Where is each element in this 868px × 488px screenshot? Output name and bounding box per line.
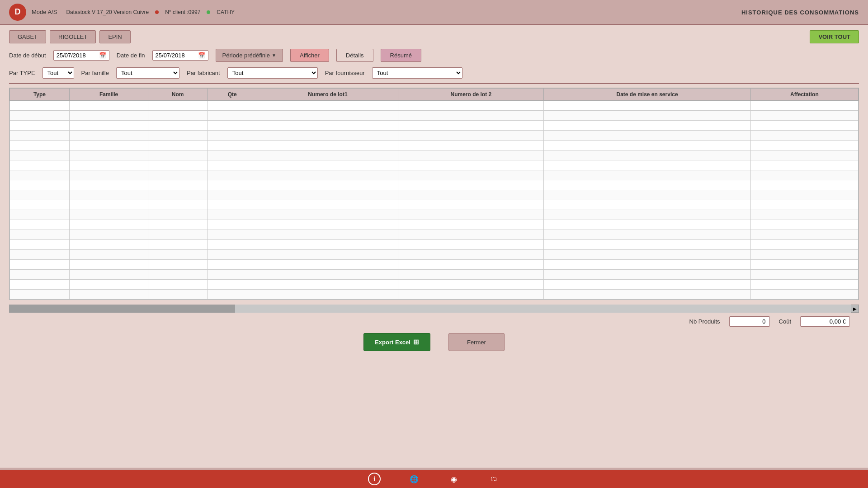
table-cell-8-7 [750,180,858,190]
par-famille-select[interactable]: Tout [116,67,179,79]
table-cell-19-2 [148,290,208,300]
table-cell-2-2 [148,121,208,131]
table-cell-17-6 [544,270,751,280]
table-cell-13-7 [750,230,858,240]
scrollbar-thumb[interactable] [9,305,235,313]
table-cell-18-4 [257,280,398,290]
table-cell-14-4 [257,240,398,250]
table-cell-9-6 [544,190,751,200]
par-fabricant-select[interactable]: Tout [227,67,318,79]
table-row[interactable] [10,260,859,270]
btn-export-excel[interactable]: Export Excel ⊞ [363,333,430,351]
scrollbar-right-btn[interactable]: ▶ [851,305,859,313]
table-cell-19-6 [544,290,751,300]
table-cell-19-0 [10,290,70,300]
table-cell-3-6 [544,131,751,141]
table-cell-11-3 [207,210,257,220]
table-row[interactable] [10,150,859,160]
btn-resume[interactable]: Résumé [381,49,421,62]
table-cell-10-0 [10,200,70,210]
par-fournisseur-select[interactable]: Tout [372,67,462,79]
table-cell-10-7 [750,200,858,210]
table-row[interactable] [10,290,859,300]
par-type-select[interactable]: Tout [42,67,74,79]
table-row[interactable] [10,111,859,121]
table-row[interactable] [10,170,859,180]
table-row[interactable] [10,141,859,150]
btn-periode[interactable]: Période prédéfinie ▼ [216,49,283,62]
nb-produits-value [729,316,770,327]
btn-details[interactable]: Détails [336,49,373,62]
table-cell-9-7 [750,190,858,200]
par-fournisseur-label: Par fournisseur [325,70,365,76]
btn-rigollet[interactable]: RIGOLLET [50,30,96,43]
table-cell-3-1 [69,131,148,141]
table-cell-1-3 [207,111,257,121]
table-cell-4-1 [69,141,148,150]
bottom-icon-folder[interactable]: 🗂 [487,473,500,485]
date-debut-input[interactable] [57,52,97,59]
table-row[interactable] [10,210,859,220]
filter-row: Par TYPE Tout Par famille Tout Par fabri… [9,67,859,79]
btn-afficher[interactable]: Afficher [290,49,329,62]
table-cell-13-2 [148,230,208,240]
table-cell-0-5 [398,101,544,111]
btn-fermer[interactable]: Fermer [448,333,505,351]
bottom-icon-globe[interactable]: 🌐 [408,473,420,485]
table-cell-16-1 [69,260,148,270]
action-row: Export Excel ⊞ Fermer [9,333,859,351]
table-cell-14-7 [750,240,858,250]
app-mode: Mode A/S [32,9,57,15]
table-row[interactable] [10,180,859,190]
table-row[interactable] [10,240,859,250]
date-fin-wrap[interactable]: 📅 [152,50,208,61]
col-header-3: Qte [207,89,257,101]
table-row[interactable] [10,190,859,200]
table-row[interactable] [10,160,859,170]
table-row[interactable] [10,131,859,141]
table-cell-15-2 [148,250,208,260]
date-debut-wrap[interactable]: 📅 [53,50,109,61]
date-fin-input[interactable] [156,52,196,59]
table-cell-7-2 [148,170,208,180]
table-row[interactable] [10,270,859,280]
table-cell-13-1 [69,230,148,240]
table-row[interactable] [10,250,859,260]
bottom-icon-circle2[interactable]: ◉ [448,473,460,485]
table-cell-7-4 [257,170,398,180]
data-table: TypeFamilleNomQteNumero de lot1Numero de… [9,88,859,300]
btn-gabet[interactable]: GABET [9,30,46,43]
table-cell-2-1 [69,121,148,131]
table-row[interactable] [10,101,859,111]
table-row[interactable] [10,200,859,210]
bottom-icon-info[interactable]: ℹ [368,473,381,485]
col-header-2: Nom [148,89,208,101]
table-cell-11-7 [750,210,858,220]
table-cell-10-1 [69,200,148,210]
table-cell-11-0 [10,210,70,220]
table-cell-5-4 [257,150,398,160]
btn-voir-tout[interactable]: VOIR TOUT [810,30,859,43]
btn-epin[interactable]: EPIN [99,30,130,43]
table-cell-3-4 [257,131,398,141]
table-row[interactable] [10,121,859,131]
table-cell-15-4 [257,250,398,260]
table-cell-14-3 [207,240,257,250]
date-row: Date de début 📅 Date de fin 📅 Période pr… [9,49,859,62]
calendar-icon-debut[interactable]: 📅 [99,52,106,59]
horizontal-scrollbar[interactable]: ▶ [9,305,859,313]
table-row[interactable] [10,230,859,240]
table-cell-18-3 [207,280,257,290]
table-row[interactable] [10,220,859,230]
cout-label: Coût [779,318,791,325]
table-row[interactable] [10,280,859,290]
table-cell-1-6 [544,111,751,121]
app-info: Datastock V 17_20 Version Cuivre N° clie… [66,9,235,15]
table-cell-14-5 [398,240,544,250]
table-cell-5-1 [69,150,148,160]
calendar-icon-fin[interactable]: 📅 [198,52,205,59]
table-cell-8-4 [257,180,398,190]
table-cell-12-7 [750,220,858,230]
table-cell-17-7 [750,270,858,280]
table-cell-17-3 [207,270,257,280]
